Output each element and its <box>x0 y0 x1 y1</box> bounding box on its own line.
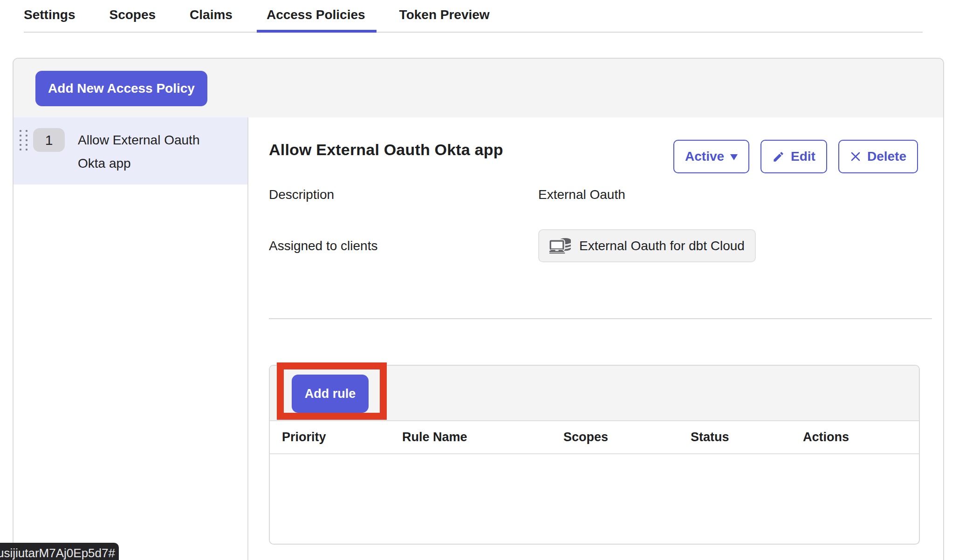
delete-label: Delete <box>867 149 906 164</box>
tab-token-preview[interactable]: Token Preview <box>399 0 490 32</box>
tab-claims[interactable]: Claims <box>190 0 233 32</box>
drag-handle-icon[interactable] <box>20 130 27 150</box>
panel-header: Add New Access Policy <box>14 59 943 117</box>
edit-button[interactable]: Edit <box>760 140 827 173</box>
assigned-clients-label: Assigned to clients <box>269 239 538 253</box>
delete-button[interactable]: Delete <box>838 140 918 173</box>
section-divider <box>269 318 932 319</box>
policy-title: Allow External Oauth Okta app <box>269 140 503 159</box>
tab-bar: Settings Scopes Claims Access Policies T… <box>24 0 923 33</box>
panel-body: 1 Allow External Oauth Okta app Allow Ex… <box>14 117 943 560</box>
pencil-icon <box>772 150 785 163</box>
description-value: External Oauth <box>538 187 625 202</box>
rules-table-body <box>270 454 919 544</box>
status-label: Active <box>685 149 724 164</box>
rules-card-header: Add rule <box>270 366 919 421</box>
policy-name: Allow External Oauth Okta app <box>78 127 218 175</box>
chevron-down-icon <box>730 154 738 160</box>
column-rule-name: Rule Name <box>402 430 563 444</box>
tab-access-policies[interactable]: Access Policies <box>267 0 365 32</box>
status-bar-url-tooltip: usijiutarM7Aj0Ep5d7# <box>0 543 119 560</box>
client-app-icon <box>549 238 572 254</box>
policy-actions: Active Edit Delete <box>673 140 918 173</box>
status-dropdown-button[interactable]: Active <box>673 140 749 173</box>
rules-table-header: Priority Rule Name Scopes Status Actions <box>270 421 919 454</box>
add-new-access-policy-button[interactable]: Add New Access Policy <box>35 71 207 106</box>
close-icon <box>850 151 861 162</box>
column-priority: Priority <box>282 430 402 444</box>
add-rule-button[interactable]: Add rule <box>292 375 369 413</box>
access-policies-panel: Add New Access Policy 1 Allow External O… <box>13 58 944 560</box>
policy-priority-badge: 1 <box>33 128 65 152</box>
description-label: Description <box>269 187 538 202</box>
tab-scopes[interactable]: Scopes <box>109 0 156 32</box>
column-actions: Actions <box>803 430 919 444</box>
column-scopes: Scopes <box>563 430 691 444</box>
tab-settings[interactable]: Settings <box>24 0 75 32</box>
rules-section: Add rule Priority Rule Name Scopes Statu… <box>269 365 920 545</box>
column-status: Status <box>691 430 803 444</box>
edit-label: Edit <box>791 149 815 164</box>
policy-detail: Allow External Oauth Okta app Active Edi… <box>248 117 943 560</box>
rules-card: Add rule Priority Rule Name Scopes Statu… <box>269 365 920 545</box>
client-chip-label: External Oauth for dbt Cloud <box>579 239 745 253</box>
policy-list-item[interactable]: 1 Allow External Oauth Okta app <box>14 117 247 184</box>
client-chip[interactable]: External Oauth for dbt Cloud <box>538 229 756 262</box>
policy-list-sidebar: 1 Allow External Oauth Okta app <box>14 117 248 560</box>
